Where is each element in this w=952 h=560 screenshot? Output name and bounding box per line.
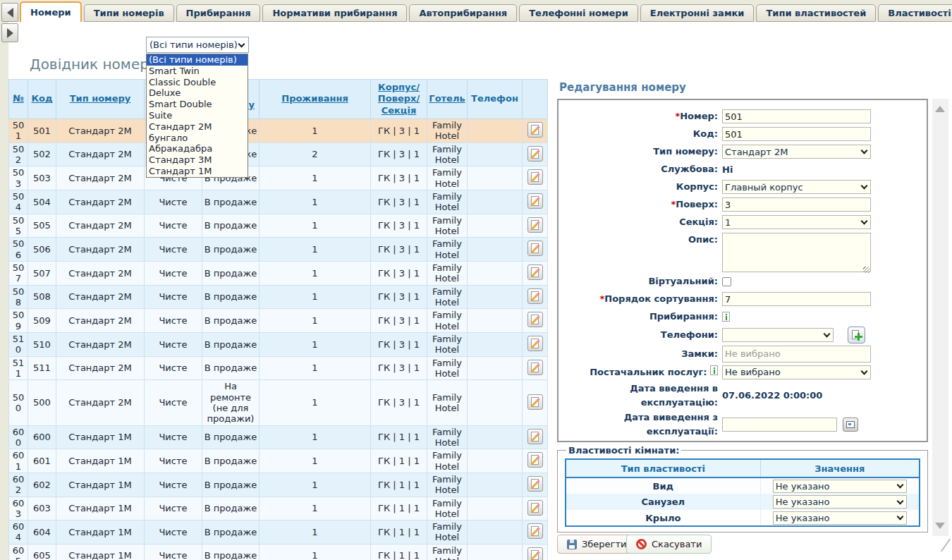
col-header-building-floor-section[interactable]: Корпус/ Поверх/ Секція xyxy=(371,80,427,119)
tabs-scroll-right-button[interactable] xyxy=(1,23,18,42)
room-type-option[interactable]: бунгало xyxy=(147,133,248,144)
edit-room-button[interactable] xyxy=(527,429,543,444)
edit-room-button[interactable] xyxy=(527,394,543,410)
edit-room-button[interactable] xyxy=(527,336,543,351)
cell-occupancy: 1 xyxy=(260,309,371,333)
cell-no: 600 xyxy=(9,425,28,449)
tabs-scroll-left-button[interactable] xyxy=(1,3,18,22)
col-header-code[interactable]: Код xyxy=(28,80,56,119)
cleaning-info-icon[interactable] xyxy=(722,312,730,322)
property-value-select[interactable]: Не указано xyxy=(773,480,907,493)
provider-select[interactable]: Не вибрано xyxy=(722,365,871,379)
edit-room-button[interactable] xyxy=(527,288,543,304)
provider-info-icon[interactable] xyxy=(710,365,718,375)
tab-item[interactable]: Нормативи прибирання xyxy=(262,4,407,22)
property-type: Санузел xyxy=(566,494,760,510)
number-field[interactable] xyxy=(722,109,871,123)
edit-room-button[interactable] xyxy=(527,217,543,233)
table-row[interactable]: 601601Стандарт 1МЧистеВ продаже1ГК | 1 |… xyxy=(9,449,548,473)
edit-room-button[interactable] xyxy=(527,264,543,280)
edit-room-button[interactable] xyxy=(527,452,543,468)
table-row[interactable]: 509509Стандарт 2МЧистеВ продаже1ГК | 3 |… xyxy=(9,309,548,333)
edit-room-button[interactable] xyxy=(527,169,543,185)
table-row[interactable]: 504504Стандарт 2МЧистеВ продаже1ГК | 3 |… xyxy=(9,190,548,214)
tab-item[interactable]: Телефонні номери xyxy=(519,4,638,22)
cell-cleaning: Чисте xyxy=(145,285,202,309)
edit-room-button[interactable] xyxy=(527,312,543,327)
edit-room-button[interactable] xyxy=(527,241,543,256)
tab-item[interactable]: Властивості номерів xyxy=(878,4,952,22)
table-row[interactable]: 506506Стандарт 2МЧистеВ продаже1ГК | 3 |… xyxy=(9,238,548,262)
edit-room-button[interactable] xyxy=(527,360,543,375)
add-phone-button[interactable] xyxy=(848,327,865,343)
room-type-select[interactable]: Стандарт 2М xyxy=(722,145,871,159)
cancel-button[interactable]: Скасувати xyxy=(626,535,712,554)
chevron-down-icon xyxy=(896,482,903,489)
room-type-option[interactable]: Deluxe xyxy=(147,87,248,99)
table-row[interactable]: 603603Стандарт 1МЧистеВ продаже1ГК | 1 |… xyxy=(9,497,548,521)
cell-actions xyxy=(523,473,548,497)
cell-hotel: Family Hotel xyxy=(427,332,468,356)
col-header-no[interactable]: № xyxy=(9,80,28,119)
tab-active[interactable]: Номери xyxy=(20,1,82,22)
calendar-button[interactable] xyxy=(843,418,858,432)
scroll-up-icon[interactable] xyxy=(935,106,945,112)
description-field[interactable] xyxy=(722,233,871,272)
table-row[interactable]: 505505Стандарт 2МЧистеВ продаже1ГК | 3 |… xyxy=(9,214,548,238)
room-type-filter-select[interactable]: (Всі типи номерів) xyxy=(146,37,249,53)
tab-item[interactable]: Типи властивостей xyxy=(756,4,876,22)
room-type-option[interactable]: Classic Double xyxy=(147,77,248,88)
room-type-option[interactable]: Абракадабра xyxy=(147,143,248,154)
decommissioning-date-field[interactable] xyxy=(722,418,837,432)
edit-room-button[interactable] xyxy=(527,547,543,560)
table-row[interactable]: 502502Стандарт 2МЧистеВ продаже2ГК | 3 |… xyxy=(9,142,548,166)
room-type-option[interactable]: Smart Double xyxy=(147,99,248,110)
room-type-option[interactable]: Стандарт 2М xyxy=(147,121,248,133)
sort-order-field[interactable] xyxy=(722,292,871,306)
scroll-down-icon[interactable] xyxy=(935,523,945,529)
col-header-type[interactable]: Тип номеру xyxy=(56,80,145,119)
property-value-select[interactable]: Не указано xyxy=(773,511,907,525)
tab-item[interactable]: Автоприбирання xyxy=(409,4,517,22)
edit-room-button[interactable] xyxy=(527,476,543,492)
table-row[interactable]: 503503Стандарт 2МЧистеВ продаже1ГК | 3 |… xyxy=(9,166,548,190)
edit-room-button[interactable] xyxy=(527,500,543,516)
col-header-hotel[interactable]: Готель xyxy=(427,80,468,119)
table-row[interactable]: 604604Стандарт 1МЧистеВ продаже1ГК | 1 |… xyxy=(9,521,548,544)
editor-scrollbar[interactable] xyxy=(932,99,948,536)
section-select[interactable]: 1 xyxy=(722,215,871,229)
table-row[interactable]: 510510Стандарт 2МЧистеВ продаже1ГК | 3 |… xyxy=(9,332,548,356)
room-type-option[interactable]: Suite xyxy=(147,110,248,121)
room-type-option[interactable]: Smart Twin xyxy=(147,66,248,77)
tab-item[interactable]: Електронні замки xyxy=(640,4,755,22)
room-type-option[interactable]: (Всі типи номерів) xyxy=(147,54,248,66)
room-type-option[interactable]: Стандарт 3М xyxy=(147,154,248,166)
edit-room-button[interactable] xyxy=(527,122,543,138)
tab-item[interactable]: Типи номерів xyxy=(84,4,174,22)
property-value-select[interactable]: Не указано xyxy=(773,495,907,509)
edit-room-button[interactable] xyxy=(527,146,543,162)
locks-field[interactable] xyxy=(722,346,871,363)
table-row[interactable]: 511511Стандарт 2МЧистеВ продаже1ГК | 3 |… xyxy=(9,356,548,380)
code-field[interactable] xyxy=(722,127,871,141)
tab-item[interactable]: Прибирання xyxy=(176,4,261,22)
table-row[interactable]: 600600Стандарт 1МЧистеВ продаже1ГК | 1 |… xyxy=(9,425,548,449)
edit-room-button[interactable] xyxy=(527,193,543,209)
table-row[interactable]: 500500Стандарт 2МЧистеНа ремонте (не для… xyxy=(9,380,548,425)
table-row[interactable]: 605605Стандарт 1МЧистеВ продаже1ГК | 1 |… xyxy=(9,544,548,560)
floor-field[interactable] xyxy=(722,197,871,212)
building-select[interactable]: Главный корпус xyxy=(722,180,871,194)
room-type-option[interactable]: Стандарт 1М xyxy=(147,166,248,177)
table-row[interactable]: 508508Стандарт 2МЧистеВ продаже1ГК | 3 |… xyxy=(9,285,548,309)
cell-occupancy: 1 xyxy=(260,285,371,309)
phones-select[interactable] xyxy=(722,328,834,342)
edit-room-button[interactable] xyxy=(527,523,543,539)
virtual-checkbox[interactable] xyxy=(722,277,731,286)
table-row[interactable]: 602602Стандарт 1МЧистеВ продаже1ГК | 1 |… xyxy=(9,473,548,497)
cell-occupancy: 1 xyxy=(260,473,371,497)
cell-code: 600 xyxy=(28,425,56,449)
table-row[interactable]: 501501Стандарт 2МЧистеВ продаже1ГК | 3 |… xyxy=(9,119,548,143)
table-row[interactable]: 507507Стандарт 2МЧистеВ продаже1ГК | 3 |… xyxy=(9,261,548,285)
save-button[interactable]: Зберегти xyxy=(557,535,636,554)
col-header-occupancy[interactable]: Проживання xyxy=(260,80,371,119)
